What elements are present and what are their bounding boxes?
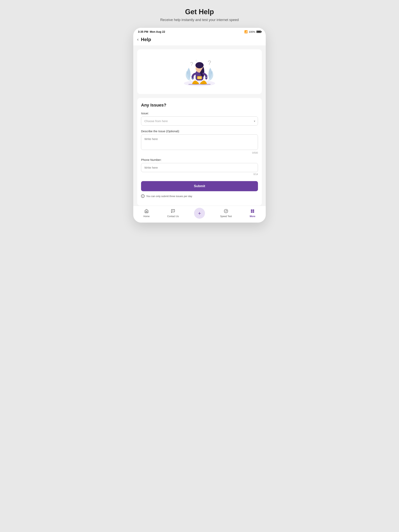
help-illustration: ? ? ? <box>178 53 221 92</box>
home-nav-label: Home <box>143 215 150 218</box>
svg-point-0 <box>184 80 215 86</box>
app-header: ‹ Help <box>133 35 266 45</box>
contact-icon <box>171 209 175 214</box>
svg-point-13 <box>207 75 208 76</box>
svg-point-12 <box>206 77 207 78</box>
add-button[interactable]: + <box>194 208 205 219</box>
status-bar: 3:35 PM Mon Aug 22 📶 100% <box>133 28 266 35</box>
device-frame: 3:35 PM Mon Aug 22 📶 100% ‹ Help <box>133 28 266 222</box>
form-section: Any Issues? Issue: Choose from here Conn… <box>137 98 262 206</box>
svg-text:?: ? <box>208 59 211 66</box>
issue-label: Issue: <box>141 112 258 115</box>
issue-select-wrapper: Choose from here Connectivity Issue Bill… <box>141 116 258 126</box>
phone-input[interactable] <box>141 163 258 172</box>
nav-item-home[interactable]: Home <box>133 208 160 219</box>
status-time: 3:35 PM Mon Aug 22 <box>138 30 165 33</box>
svg-rect-18 <box>253 209 254 211</box>
svg-rect-20 <box>253 211 254 213</box>
more-icon <box>250 209 255 214</box>
submit-button[interactable]: Submit <box>141 181 258 191</box>
bottom-nav: Home Contact Us + <box>133 206 266 222</box>
phone-char-count: 0/14 <box>141 173 258 176</box>
svg-rect-17 <box>251 209 252 211</box>
speed-icon <box>224 209 228 214</box>
svg-rect-8 <box>198 76 201 79</box>
svg-point-10 <box>192 78 193 79</box>
page-title: Get Help <box>160 8 239 16</box>
notice-row: i You can only submit three issues per d… <box>141 194 258 201</box>
issue-form-group: Issue: Choose from here Connectivity Iss… <box>141 112 258 126</box>
home-icon <box>144 209 149 214</box>
notice-text: You can only submit three issues per day <box>146 195 192 198</box>
more-nav-label: More <box>250 215 255 218</box>
nav-item-add[interactable]: + <box>186 208 213 219</box>
description-textarea[interactable] <box>141 134 258 150</box>
back-button[interactable]: ‹ <box>137 37 139 42</box>
nav-item-more[interactable]: More <box>239 208 266 219</box>
phone-label: Phone Number: <box>141 158 258 161</box>
description-char-count: 0/500 <box>141 152 258 154</box>
svg-point-11 <box>191 76 192 77</box>
description-label: Describe the Issue (Optional): <box>141 129 258 133</box>
description-form-group: Describe the Issue (Optional): 0/500 <box>141 129 258 154</box>
svg-text:?: ? <box>190 61 193 67</box>
app-screen-title: Help <box>141 37 151 42</box>
nav-item-contact[interactable]: Contact Us <box>160 208 186 219</box>
plus-icon: + <box>198 210 201 216</box>
phone-form-group: Phone Number: 0/14 <box>141 158 258 176</box>
nav-item-speed-test[interactable]: Speed Test <box>213 208 239 219</box>
battery-icon <box>256 31 261 33</box>
info-icon: i <box>141 194 145 198</box>
content-area: ? ? ? <box>133 45 266 206</box>
svg-point-16 <box>226 211 226 211</box>
battery-percent: 100% <box>249 30 255 33</box>
wifi-icon: 📶 <box>244 30 248 33</box>
svg-rect-19 <box>251 211 252 213</box>
issue-select[interactable]: Choose from here Connectivity Issue Bill… <box>141 116 258 126</box>
page-subtitle: Receive help instantly and test your int… <box>160 18 239 22</box>
svg-point-6 <box>195 62 204 68</box>
section-title: Any Issues? <box>141 103 258 108</box>
illustration-container: ? ? ? <box>137 49 262 94</box>
svg-text:?: ? <box>195 59 197 63</box>
contact-nav-label: Contact Us <box>167 215 179 218</box>
speed-nav-label: Speed Test <box>220 215 232 218</box>
